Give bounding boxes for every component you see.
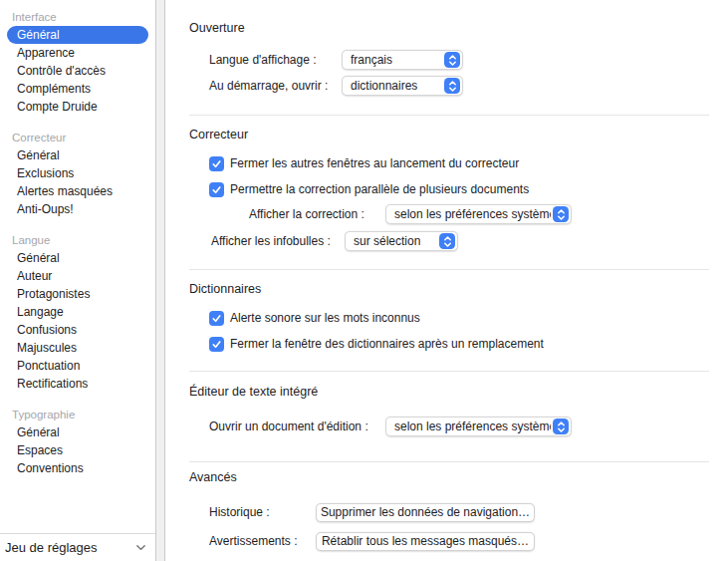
row-alerte-sonore: Alerte sonore sur les mots inconnus	[209, 309, 728, 327]
popup-afficher-infobulles[interactable]: sur sélection	[345, 231, 458, 251]
popup-langue-affichage[interactable]: français	[342, 50, 463, 70]
sidebar-item-langue-general[interactable]: Général	[7, 249, 148, 267]
row-langue-affichage: Langue d'affichage : français	[209, 50, 728, 70]
updown-chevrons-icon	[444, 78, 460, 94]
label-historique: Historique :	[209, 505, 316, 519]
checkbox-fermer-dictionnaires[interactable]	[209, 337, 224, 352]
section-title-dictionnaires: Dictionnaires	[189, 282, 728, 297]
section-title-editeur: Éditeur de texte intégré	[189, 385, 728, 400]
checkbox-label: Alerte sonore sur les mots inconnus	[230, 311, 420, 325]
sidebar-item-typo-general[interactable]: Général	[7, 423, 148, 441]
sidebar-header-interface: Interface	[0, 8, 155, 26]
sidebar-item-exclusions[interactable]: Exclusions	[7, 164, 148, 182]
row-afficher-correction: Afficher la correction : selon les préfé…	[249, 204, 728, 224]
updown-chevrons-icon	[444, 52, 460, 68]
row-historique: Historique : Supprimer les données de na…	[209, 502, 728, 522]
label-langue-affichage: Langue d'affichage :	[209, 53, 342, 67]
row-fermer-fenetres: Fermer les autres fenêtres au lancement …	[209, 154, 728, 172]
popup-value: sur sélection	[354, 234, 420, 248]
sidebar-header-correcteur: Correcteur	[0, 129, 155, 146]
sidebar-scrollbar-track	[155, 0, 165, 561]
sidebar-item-anti-oups[interactable]: Anti-Oups!	[7, 200, 148, 218]
popup-afficher-correction[interactable]: selon les préférences système	[385, 204, 572, 224]
chevron-down-icon	[135, 544, 146, 552]
label-ouvrir-document: Ouvrir un document d'édition :	[209, 420, 385, 433]
sidebar-item-rectifications[interactable]: Rectifications	[7, 375, 148, 393]
sidebar-item-protagonistes[interactable]: Protagonistes	[7, 285, 148, 303]
section-title-correcteur: Correcteur	[189, 128, 728, 142]
button-retablir-messages[interactable]: Rétablir tous les messages masqués…	[316, 532, 535, 551]
divider	[189, 461, 709, 462]
row-afficher-infobulles: Afficher les infobulles : sur sélection	[211, 231, 728, 251]
sidebar-item-auteur[interactable]: Auteur	[7, 267, 148, 285]
sidebar-item-apparence[interactable]: Apparence	[7, 44, 148, 62]
popup-au-demarrage[interactable]: dictionnaires	[342, 76, 463, 96]
preferences-panel: Ouverture Langue d'affichage : français …	[165, 0, 728, 561]
preferences-window: Interface Général Apparence Contrôle d'a…	[0, 0, 728, 561]
section-title-avances: Avancés	[189, 470, 728, 485]
checkbox-alerte-sonore[interactable]	[209, 311, 224, 326]
row-correction-parallele: Permettre la correction parallèle de plu…	[209, 180, 728, 198]
divider	[189, 269, 709, 270]
updown-chevrons-icon	[553, 206, 569, 222]
sidebar-header-typographie: Typographie	[0, 406, 155, 423]
jeu-de-reglages-label: Jeu de réglages	[5, 540, 98, 555]
section-title-ouverture: Ouverture	[189, 21, 728, 36]
sidebar-item-controle-acces[interactable]: Contrôle d'accès	[7, 62, 148, 80]
sidebar-item-conventions[interactable]: Conventions	[7, 459, 148, 477]
row-au-demarrage: Au démarrage, ouvrir : dictionnaires	[209, 76, 728, 96]
divider	[189, 371, 709, 372]
row-ouvrir-document: Ouvrir un document d'édition : selon les…	[209, 417, 728, 436]
sidebar-item-espaces[interactable]: Espaces	[7, 441, 148, 459]
label-afficher-infobulles: Afficher les infobulles :	[211, 234, 345, 248]
updown-chevrons-icon	[553, 419, 569, 434]
checkbox-label: Permettre la correction parallèle de plu…	[230, 182, 529, 196]
sidebar-item-ponctuation[interactable]: Ponctuation	[7, 357, 148, 375]
popup-value: français	[351, 53, 392, 67]
label-afficher-correction: Afficher la correction :	[249, 207, 385, 221]
popup-ouvrir-document[interactable]: selon les préférences système	[385, 417, 572, 436]
divider	[189, 115, 709, 116]
sidebar: Interface Général Apparence Contrôle d'a…	[0, 0, 155, 561]
popup-value: dictionnaires	[351, 79, 417, 93]
checkbox-fermer-fenetres[interactable]	[209, 156, 224, 171]
sidebar-item-correcteur-general[interactable]: Général	[7, 146, 148, 164]
updown-chevrons-icon	[439, 233, 455, 249]
sidebar-item-langage[interactable]: Langage	[7, 303, 148, 321]
label-au-demarrage: Au démarrage, ouvrir :	[209, 79, 342, 93]
sidebar-item-compte-druide[interactable]: Compte Druide	[7, 98, 148, 116]
checkbox-label: Fermer la fenêtre des dictionnaires aprè…	[230, 337, 544, 351]
sidebar-item-majuscules[interactable]: Majuscules	[7, 339, 148, 357]
sidebar-item-complements[interactable]: Compléments	[7, 80, 148, 98]
button-supprimer-historique[interactable]: Supprimer les données de navigation…	[316, 503, 535, 522]
sidebar-list: Interface Général Apparence Contrôle d'a…	[0, 0, 155, 477]
row-fermer-dictionnaires: Fermer la fenêtre des dictionnaires aprè…	[209, 335, 728, 353]
sidebar-header-langue: Langue	[0, 231, 155, 249]
popup-value: selon les préférences système	[394, 420, 551, 433]
row-avertissements: Avertissements : Rétablir tous les messa…	[209, 531, 728, 551]
sidebar-item-interface-general[interactable]: Général	[7, 26, 148, 44]
sidebar-item-alertes-masquees[interactable]: Alertes masquées	[7, 182, 148, 200]
checkbox-label: Fermer les autres fenêtres au lancement …	[230, 156, 519, 170]
jeu-de-reglages-popup[interactable]: Jeu de réglages	[0, 533, 155, 561]
checkbox-correction-parallele[interactable]	[209, 182, 224, 197]
label-avertissements: Avertissements :	[209, 534, 316, 548]
popup-value: selon les préférences système	[394, 207, 551, 221]
sidebar-item-confusions[interactable]: Confusions	[7, 321, 148, 339]
